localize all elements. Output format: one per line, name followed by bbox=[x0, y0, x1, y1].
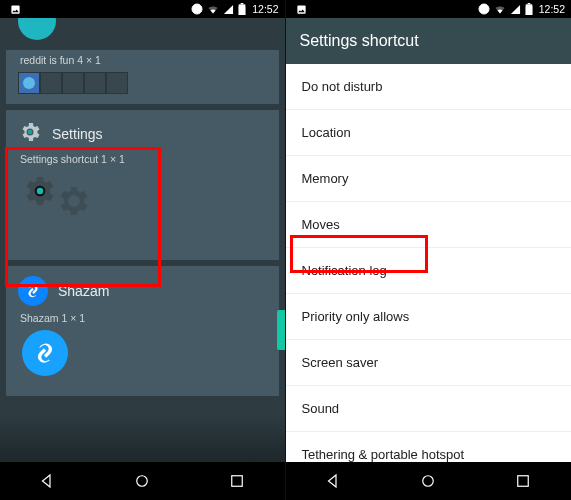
image-icon bbox=[296, 4, 307, 15]
svg-rect-10 bbox=[232, 476, 243, 487]
list-item[interactable]: Priority only allows bbox=[286, 294, 572, 340]
nav-bar bbox=[0, 462, 285, 500]
shazam-title: Shazam bbox=[58, 283, 109, 299]
nav-back-button[interactable] bbox=[322, 470, 344, 492]
svg-rect-12 bbox=[481, 9, 486, 10]
settings-widget-preview bbox=[20, 171, 80, 215]
list-item[interactable]: Tethering & portable hotspot bbox=[286, 432, 572, 462]
widget-group-reddit[interactable]: reddit is fun 4 × 1 bbox=[6, 50, 279, 104]
signal-icon bbox=[223, 4, 234, 15]
gear-icon bbox=[18, 120, 42, 147]
nav-recents-button[interactable] bbox=[512, 470, 534, 492]
list-item[interactable]: Notification log bbox=[286, 248, 572, 294]
nav-back-button[interactable] bbox=[36, 470, 58, 492]
svg-rect-16 bbox=[525, 6, 532, 15]
status-bar: 12:52 bbox=[286, 0, 572, 18]
svg-point-6 bbox=[28, 130, 32, 134]
page-title: Settings shortcut bbox=[300, 32, 419, 49]
settings-widget-label: Settings shortcut 1 × 1 bbox=[20, 153, 267, 165]
svg-rect-18 bbox=[518, 476, 529, 487]
no-sim-icon bbox=[478, 3, 490, 15]
widget-group-settings[interactable]: Settings Settings shortcut 1 × 1 bbox=[6, 110, 279, 260]
no-sim-icon bbox=[191, 3, 203, 15]
list-item[interactable]: Screen saver bbox=[286, 340, 572, 386]
widget-picker-content[interactable]: reddit is fun 4 × 1 Settings Settings sh… bbox=[0, 18, 285, 462]
shazam-widget-label: Shazam 1 × 1 bbox=[20, 312, 267, 324]
nav-home-button[interactable] bbox=[131, 470, 153, 492]
nav-recents-button[interactable] bbox=[226, 470, 248, 492]
widget-group-shazam[interactable]: Shazam Shazam 1 × 1 bbox=[6, 266, 279, 396]
list-item[interactable]: Moves bbox=[286, 202, 572, 248]
reddit-widget-label: reddit is fun 4 × 1 bbox=[20, 54, 267, 66]
wifi-icon bbox=[207, 3, 219, 15]
battery-icon bbox=[238, 3, 246, 15]
shazam-icon bbox=[18, 276, 48, 306]
list-item[interactable]: Location bbox=[286, 110, 572, 156]
svg-rect-14 bbox=[527, 3, 530, 4]
status-bar: 12:52 bbox=[0, 0, 285, 18]
phone-right-settings-shortcut: 12:52 Settings shortcut Do not disturb L… bbox=[286, 0, 572, 500]
list-item[interactable]: Memory bbox=[286, 156, 572, 202]
svg-marker-2 bbox=[224, 4, 233, 13]
reddit-icon bbox=[23, 77, 35, 89]
list-item[interactable]: Sound bbox=[286, 386, 572, 432]
svg-rect-5 bbox=[239, 6, 246, 15]
unknown-widget-peek bbox=[18, 18, 56, 40]
svg-point-17 bbox=[423, 476, 434, 487]
signal-icon bbox=[510, 4, 521, 15]
phone-left-widget-picker: 12:52 reddit is fun 4 × 1 Settings bbox=[0, 0, 286, 500]
toolbar: Settings shortcut bbox=[286, 18, 572, 64]
settings-title: Settings bbox=[52, 126, 103, 142]
shortcut-list[interactable]: Do not disturb Location Memory Moves Not… bbox=[286, 64, 572, 462]
shazam-widget-preview bbox=[22, 330, 68, 376]
status-clock: 12:52 bbox=[252, 3, 278, 15]
list-item[interactable]: Do not disturb bbox=[286, 64, 572, 110]
svg-marker-13 bbox=[511, 4, 520, 13]
wifi-icon bbox=[494, 3, 506, 15]
reddit-widget-preview bbox=[18, 72, 267, 94]
svg-rect-3 bbox=[241, 3, 244, 4]
image-icon bbox=[10, 4, 21, 15]
nav-home-button[interactable] bbox=[417, 470, 439, 492]
svg-rect-1 bbox=[195, 9, 200, 10]
edge-indicator bbox=[277, 310, 285, 350]
nav-bar bbox=[286, 462, 572, 500]
battery-icon bbox=[525, 3, 533, 15]
svg-point-8 bbox=[37, 188, 43, 194]
status-clock: 12:52 bbox=[539, 3, 565, 15]
svg-point-9 bbox=[137, 476, 148, 487]
